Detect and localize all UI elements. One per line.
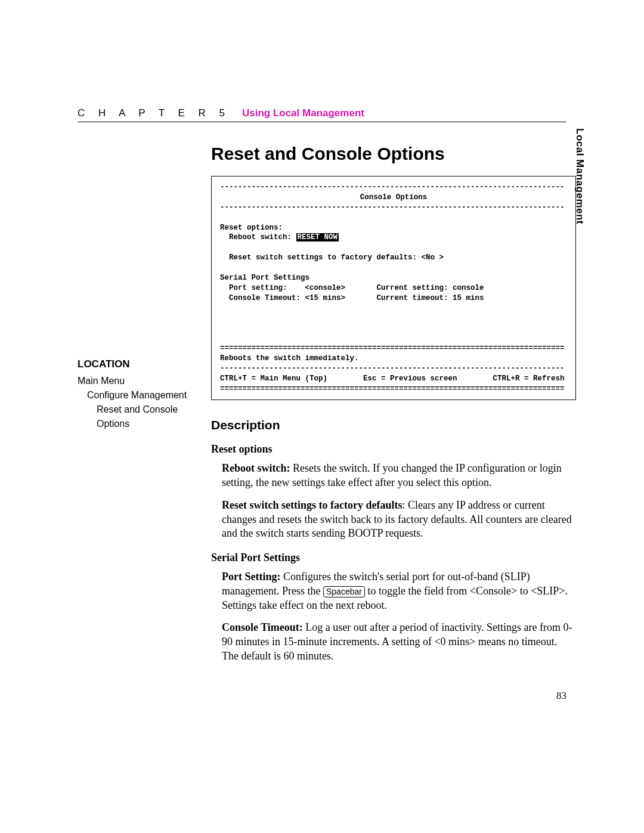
location-tree: Main Menu Configure Management Reset and… (78, 374, 196, 431)
chapter-header: C H A P T E R 5 Using Local Management (78, 107, 566, 122)
description-heading: Description (211, 418, 576, 432)
console-help-line: Reboots the switch immediately. (220, 354, 359, 363)
console-factory-line: Reset switch settings to factory default… (229, 253, 444, 262)
spacebar-keycap: Spacebar (323, 586, 365, 597)
console-ctrl-t: CTRL+T = Main Menu (Top) (220, 374, 327, 383)
location-level-3: Reset and Console Options (78, 402, 196, 431)
location-heading: LOCATION (78, 358, 196, 370)
port-setting-bold: Port Setting: (222, 571, 280, 583)
console-current-setting: Current setting: console (377, 284, 484, 292)
console-rule: ----------------------------------------… (220, 203, 567, 213)
port-setting-para: Port Setting: Configures the switch's se… (211, 570, 576, 612)
console-screenshot: ----------------------------------------… (211, 176, 576, 400)
console-timeout-value: <15 mins> (305, 294, 346, 302)
console-rule-eq2: ========================================… (220, 384, 567, 394)
console-port-label: Port setting: (229, 284, 287, 292)
console-rule-eq1: ========================================… (220, 343, 567, 354)
factory-defaults-bold: Reset switch settings to factory default… (222, 499, 402, 511)
console-serial-header: Serial Port Settings (220, 274, 309, 282)
console-current-timeout: Current timeout: 15 mins (377, 294, 484, 302)
console-ctrl-r: CTRL+R = Refresh (493, 374, 565, 383)
page-title: Reset and Console Options (211, 144, 576, 164)
console-rule-top: ----------------------------------------… (220, 182, 567, 193)
location-level-2: Configure Management (78, 388, 196, 402)
reboot-switch-para: Reboot switch: Resets the switch. If you… (211, 462, 576, 490)
chapter-number: C H A P T E R 5 (78, 107, 230, 119)
console-timeout-label: Console Timeout: (229, 294, 301, 302)
page-number: 83 (556, 690, 566, 702)
console-reset-options-label: Reset options: (220, 224, 283, 232)
console-esc: Esc = Previous screen (363, 374, 457, 383)
reset-options-subhead: Reset options (211, 443, 576, 456)
console-rule-bottom: ----------------------------------------… (220, 364, 567, 374)
serial-port-subhead: Serial Port Settings (211, 552, 576, 564)
console-timeout-bold: Console Timeout: (222, 621, 303, 633)
console-reboot-label: Reboot switch: (229, 233, 292, 241)
console-timeout-para: Console Timeout: Log a user out after a … (211, 621, 576, 663)
factory-defaults-para: Reset switch settings to factory default… (211, 498, 576, 541)
console-port-value: <console> (305, 284, 346, 292)
console-reboot-value: RESET NOW (296, 233, 339, 241)
reboot-switch-bold: Reboot switch: (222, 462, 290, 474)
location-level-1: Main Menu (78, 374, 196, 388)
chapter-title-link: Using Local Management (242, 107, 364, 119)
console-title: Console Options (220, 193, 567, 203)
